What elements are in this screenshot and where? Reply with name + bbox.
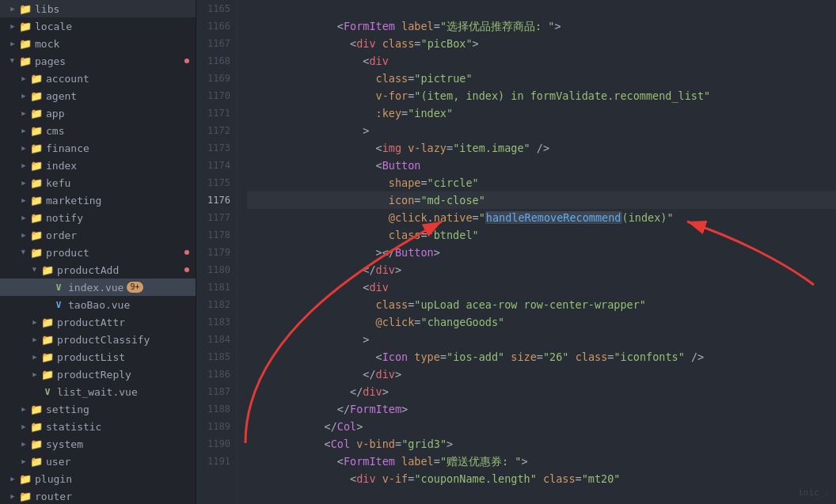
code-line-1177: class="btndel" <box>247 209 836 226</box>
code-line-1189: <Col v-bind="grid3"> <box>247 418 836 435</box>
folder-icon: 📁 <box>30 142 43 154</box>
line-number: 1181 <box>200 279 230 296</box>
chevron-right-icon: ▶ <box>28 368 41 381</box>
line-number: 1186 <box>200 366 230 383</box>
vue-file-icon: V <box>41 385 54 398</box>
folder-icon: 📁 <box>30 124 43 137</box>
sidebar-item-productReply[interactable]: ▶ 📁 productReply <box>0 366 196 383</box>
code-content[interactable]: 1165 1166 1167 1168 1169 1170 1171 1172 … <box>196 0 836 504</box>
sidebar-item-cms[interactable]: ▶ 📁 cms <box>0 122 196 139</box>
line-number: 1169 <box>200 70 230 87</box>
code-line-1187: </FormItem> <box>247 383 836 400</box>
file-tree[interactable]: ▶ 📁 libs ▶ 📁 locale ▶ 📁 mock ▶ 📁 pages ▶… <box>0 0 196 504</box>
code-line-1182: @click="changeGoods" <box>247 296 836 313</box>
sidebar-item-index-vue[interactable]: ▶ V index.vue 9+ <box>0 279 196 296</box>
sidebar-item-finance[interactable]: ▶ 📁 finance <box>0 139 196 157</box>
line-number: 1189 <box>200 418 230 435</box>
sidebar-item-notify[interactable]: ▶ 📁 notify <box>0 209 196 226</box>
chevron-right-icon: ▶ <box>28 351 41 363</box>
code-line-1185: </div> <box>247 348 836 366</box>
sidebar-item-label: libs <box>35 3 59 15</box>
line-number: 1174 <box>200 157 230 174</box>
sidebar-item-marketing[interactable]: ▶ 📁 marketing <box>0 191 196 209</box>
chevron-right-icon: ▶ <box>17 107 30 119</box>
chevron-right-icon: ▶ <box>6 20 19 32</box>
sidebar-item-statistic[interactable]: ▶ 📁 statistic <box>0 418 196 435</box>
sidebar-item-index[interactable]: ▶ 📁 index <box>0 157 196 174</box>
sidebar-item-label: router <box>35 491 72 502</box>
folder-icon: 📁 <box>19 490 32 502</box>
line-number: 1185 <box>200 348 230 366</box>
chevron-right-icon: ▶ <box>6 490 19 502</box>
sidebar-item-label: index.vue <box>68 282 124 294</box>
code-line-1180: <div <box>247 261 836 279</box>
line-number: 1183 <box>200 313 230 331</box>
chevron-down-icon: ▶ <box>6 55 19 67</box>
code-line-1171: > <box>247 104 836 122</box>
sidebar-item-account[interactable]: ▶ 📁 account <box>0 70 196 87</box>
sidebar-item-setting[interactable]: ▶ 📁 setting <box>0 400 196 418</box>
modified-dot <box>184 250 189 255</box>
sidebar-item-product[interactable]: ▶ 📁 product <box>0 244 196 261</box>
code-line-1165: <FormItem label="选择优品推荐商品: "> <box>247 0 836 17</box>
line-number: 1166 <box>200 17 230 35</box>
sidebar-item-label: product <box>46 247 89 259</box>
sidebar-item-productList[interactable]: ▶ 📁 productList <box>0 348 196 366</box>
modified-dot <box>184 59 189 63</box>
sidebar-item-list-wait-vue[interactable]: ▶ V list_wait.vue <box>0 383 196 400</box>
chevron-right-icon: ▶ <box>17 229 30 241</box>
folder-icon: 📁 <box>30 194 43 207</box>
sidebar-item-agent[interactable]: ▶ 📁 agent <box>0 87 196 104</box>
folder-icon: 📁 <box>30 107 43 119</box>
sidebar-item-pages[interactable]: ▶ 📁 pages <box>0 52 196 70</box>
line-number: 1184 <box>200 331 230 348</box>
folder-icon: 📁 <box>19 20 32 32</box>
sidebar-item-system[interactable]: ▶ 📁 system <box>0 435 196 453</box>
code-line-1172: <img v-lazy="item.image" /> <box>247 122 836 139</box>
sidebar-item-label: marketing <box>46 195 101 207</box>
sidebar-item-libs[interactable]: ▶ 📁 libs <box>0 0 196 17</box>
sidebar-item-label: plugin <box>35 473 72 485</box>
sidebar-item-productAdd[interactable]: ▶ 📁 productAdd <box>0 261 196 279</box>
line-numbers: 1165 1166 1167 1168 1169 1170 1171 1172 … <box>196 0 238 504</box>
folder-icon: 📁 <box>19 472 32 485</box>
code-line-1166: <div class="picBox"> <box>247 17 836 35</box>
code-line-1169: v-for="(item, index) in formValidate.rec… <box>247 70 836 87</box>
sidebar-item-locale[interactable]: ▶ 📁 locale <box>0 17 196 35</box>
line-number: 1175 <box>200 174 230 191</box>
sidebar-item-kefu[interactable]: ▶ 📁 kefu <box>0 174 196 191</box>
chevron-right-icon: ▶ <box>6 2 19 15</box>
sidebar-item-label: user <box>46 456 70 468</box>
sidebar-item-label: kefu <box>46 177 70 189</box>
line-number: 1167 <box>200 35 230 52</box>
sidebar-item-plugin[interactable]: ▶ 📁 plugin <box>0 470 196 487</box>
sidebar-item-order[interactable]: ▶ 📁 order <box>0 226 196 244</box>
sidebar-item-productAttr[interactable]: ▶ 📁 productAttr <box>0 313 196 331</box>
line-number: 1187 <box>200 383 230 400</box>
sidebar-item-label: index <box>46 160 77 172</box>
code-line-1178: ></Button> <box>247 226 836 244</box>
sidebar-item-app[interactable]: ▶ 📁 app <box>0 104 196 122</box>
folder-icon: 📁 <box>30 176 43 189</box>
code-line-1186: </div> <box>247 366 836 383</box>
sidebar-item-label: productAttr <box>57 316 125 328</box>
code-line-1181: class="upLoad acea-row row-center-wrappe… <box>247 279 836 296</box>
sidebar-item-label: app <box>46 108 64 119</box>
line-number: 1165 <box>200 0 230 17</box>
folder-icon: 📁 <box>30 246 43 259</box>
sidebar-item-label: notify <box>46 212 83 224</box>
folder-icon: 📁 <box>30 159 43 172</box>
code-line-1179: </div> <box>247 244 836 261</box>
sidebar-item-label: pages <box>35 55 66 67</box>
folder-icon: 📁 <box>41 368 54 381</box>
sidebar-item-taobao-vue[interactable]: ▶ V taoBao.vue <box>0 296 196 313</box>
folder-icon: 📁 <box>30 420 43 433</box>
folder-icon: 📁 <box>19 55 32 67</box>
sidebar-item-router[interactable]: ▶ 📁 router <box>0 487 196 504</box>
chevron-right-icon: ▶ <box>17 142 30 154</box>
sidebar-item-user[interactable]: ▶ 📁 user <box>0 453 196 470</box>
sidebar-item-mock[interactable]: ▶ 📁 mock <box>0 35 196 52</box>
sidebar-item-productClassify[interactable]: ▶ 📁 productClassify <box>0 331 196 348</box>
chevron-down-icon: ▶ <box>28 263 41 276</box>
line-number: 1190 <box>200 435 230 453</box>
